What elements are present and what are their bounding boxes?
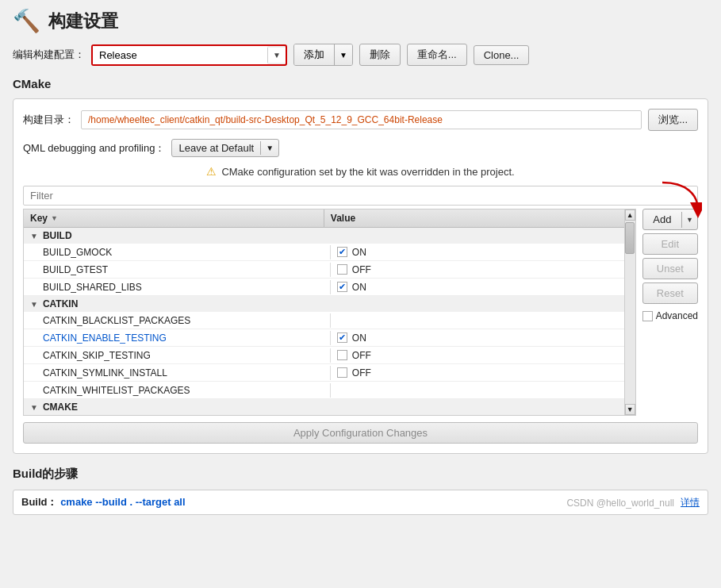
group-cmake[interactable]: ▼ CMAKE: [24, 399, 624, 415]
filter-input[interactable]: [23, 186, 698, 206]
hammer-icon: 🔨: [13, 8, 40, 34]
unset-button[interactable]: Unset: [642, 258, 698, 279]
table-row[interactable]: CATKIN_SKIP_TESTING OFF: [24, 347, 624, 364]
table-row[interactable]: BUILD_GTEST OFF: [24, 261, 624, 279]
build-cmd: cmake --build . --target all: [60, 496, 185, 508]
cell-value: OFF: [331, 348, 624, 363]
warning-text: CMake configuration set by the kit was o…: [221, 166, 514, 178]
table-row[interactable]: CATKIN_BLACKLIST_PACKAGES: [24, 312, 624, 329]
table-body: ▼ BUILD BUILD_GMOCK ✔ ON BUILD_GTEST: [24, 228, 624, 415]
advanced-checkbox[interactable]: [642, 311, 653, 321]
watermark: CSDN @hello_world_null: [566, 498, 674, 509]
cell-key: BUILD_GTEST: [24, 263, 331, 277]
config-select-wrapper: Release ▼: [91, 44, 287, 66]
cell-key: BUILD_SHARED_LIBS: [24, 280, 331, 294]
build-label: Build：: [21, 496, 58, 508]
cmake-table: Key ▼ Value ▼ BUILD BUILD_GMOCK: [23, 209, 636, 416]
add-cmake-arrow[interactable]: ▼: [681, 212, 697, 228]
add-button[interactable]: 添加: [294, 44, 334, 65]
apply-config-button[interactable]: Apply Configuration Changes: [23, 422, 698, 444]
cell-value: [331, 319, 624, 322]
col-value-header: Value: [324, 209, 624, 227]
add-dropdown-arrow[interactable]: ▼: [334, 44, 352, 65]
scroll-thumb[interactable]: [625, 222, 635, 254]
cell-key: BUILD_GMOCK: [24, 245, 331, 259]
browse-button[interactable]: 浏览...: [648, 109, 698, 131]
advanced-label: Advanced: [656, 310, 698, 321]
group-catkin[interactable]: ▼ CATKIN: [24, 296, 624, 312]
table-row[interactable]: CATKIN_SYMLINK_INSTALL OFF: [24, 364, 624, 382]
add-cmake-button[interactable]: Add ▼: [642, 209, 698, 230]
cmake-section-title: CMake: [13, 77, 708, 90]
scrollbar[interactable]: ▲ ▼: [624, 209, 635, 415]
build-cmd-row: Build： cmake --build . --target all CSDN…: [13, 490, 708, 515]
cell-value: ✔ ON: [331, 245, 624, 259]
cell-value: OFF: [331, 263, 624, 277]
checkbox-icon[interactable]: [337, 264, 347, 275]
table-row[interactable]: CATKIN_WHITELIST_PACKAGES: [24, 382, 624, 399]
clone-button[interactable]: Clone...: [474, 45, 530, 65]
build-steps-section: Build的步骤 Build： cmake --build . --target…: [13, 467, 708, 515]
table-row[interactable]: BUILD_SHARED_LIBS ✔ ON: [24, 279, 624, 296]
cell-key: CATKIN_ENABLE_TESTING: [24, 331, 331, 345]
config-select[interactable]: Release: [93, 46, 267, 64]
checkbox-icon[interactable]: [337, 367, 347, 378]
cell-value: OFF: [331, 366, 624, 380]
scroll-down[interactable]: ▼: [625, 404, 635, 415]
cell-value: ✔ ON: [331, 331, 624, 345]
cell-value: ✔ ON: [331, 280, 624, 294]
delete-button[interactable]: 删除: [359, 44, 401, 66]
group-build[interactable]: ▼ BUILD: [24, 228, 624, 244]
rename-button[interactable]: 重命名...: [407, 44, 467, 66]
build-dir-input[interactable]: [81, 110, 642, 129]
checkbox-icon[interactable]: ✔: [337, 332, 347, 343]
qml-value: Leave at Default: [172, 140, 260, 156]
detail-link[interactable]: 详情: [681, 496, 700, 509]
advanced-row: Advanced: [642, 310, 698, 321]
config-select-arrow[interactable]: ▼: [267, 48, 286, 63]
cell-key: CATKIN_BLACKLIST_PACKAGES: [24, 313, 331, 328]
warning-icon: ⚠: [206, 165, 217, 178]
add-cmake-label[interactable]: Add: [643, 209, 681, 229]
cell-key: CATKIN_SYMLINK_INSTALL: [24, 366, 331, 380]
build-steps-title: Build的步骤: [13, 467, 708, 482]
cell-key: CATKIN_SKIP_TESTING: [24, 348, 331, 363]
add-button-split: 添加 ▼: [293, 44, 353, 66]
qml-label: QML debugging and profiling：: [23, 141, 165, 156]
cmake-panel: 构建目录： 浏览... QML debugging and profiling：…: [13, 98, 708, 454]
scroll-up[interactable]: ▲: [625, 209, 635, 221]
table-row[interactable]: CATKIN_ENABLE_TESTING ✔ ON: [24, 329, 624, 347]
checkbox-icon[interactable]: [337, 350, 347, 360]
col-key-header: Key ▼: [24, 209, 324, 227]
reset-button[interactable]: Reset: [642, 282, 698, 304]
checkbox-icon[interactable]: ✔: [337, 247, 347, 257]
build-cmd-text: Build： cmake --build . --target all: [21, 495, 186, 509]
page-title: 构建设置: [48, 10, 118, 33]
edit-button[interactable]: Edit: [642, 233, 698, 255]
config-label: 编辑构建配置：: [13, 48, 85, 62]
cell-key: CATKIN_WHITELIST_PACKAGES: [24, 383, 331, 398]
table-action-buttons: Add ▼ Edit Unset Reset Advanced: [642, 209, 698, 416]
cell-value: [331, 389, 624, 392]
table-row[interactable]: BUILD_GMOCK ✔ ON: [24, 244, 624, 261]
qml-select[interactable]: Leave at Default ▼: [171, 139, 279, 157]
checkbox-icon[interactable]: ✔: [337, 282, 347, 292]
build-dir-label: 构建目录：: [23, 113, 75, 127]
qml-dropdown-arrow[interactable]: ▼: [260, 141, 278, 155]
